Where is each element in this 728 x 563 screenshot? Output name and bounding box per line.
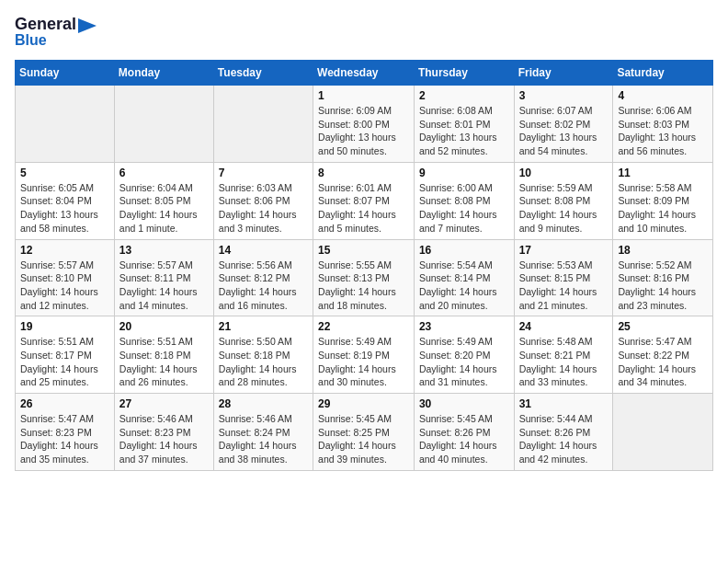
calendar-table: SundayMondayTuesdayWednesdayThursdayFrid…: [15, 60, 713, 471]
day-number: 21: [219, 320, 308, 333]
day-info: Sunrise: 5:53 AM Sunset: 8:15 PM Dayligh…: [519, 259, 609, 313]
calendar-cell: 1Sunrise: 6:09 AM Sunset: 8:00 PM Daylig…: [313, 86, 415, 163]
calendar-cell: 16Sunrise: 5:54 AM Sunset: 8:14 PM Dayli…: [414, 239, 514, 316]
weekday-header-tuesday: Tuesday: [213, 61, 313, 86]
page-header: General Blue: [15, 15, 713, 49]
day-number: 29: [318, 397, 409, 410]
day-info: Sunrise: 6:05 AM Sunset: 8:04 PM Dayligh…: [20, 181, 109, 236]
logo-icon: [78, 18, 97, 33]
day-info: Sunrise: 6:01 AM Sunset: 8:07 PM Dayligh…: [318, 181, 409, 236]
day-number: 1: [318, 89, 409, 102]
calendar-cell: 28Sunrise: 5:46 AM Sunset: 8:24 PM Dayli…: [213, 394, 313, 471]
week-row-4: 19Sunrise: 5:51 AM Sunset: 8:17 PM Dayli…: [16, 316, 713, 394]
calendar-cell: 11Sunrise: 5:58 AM Sunset: 8:09 PM Dayli…: [613, 162, 713, 239]
calendar-cell: 14Sunrise: 5:56 AM Sunset: 8:12 PM Dayli…: [213, 239, 313, 316]
day-info: Sunrise: 5:45 AM Sunset: 8:25 PM Dayligh…: [318, 412, 409, 466]
calendar-cell: 13Sunrise: 5:57 AM Sunset: 8:11 PM Dayli…: [114, 239, 213, 316]
calendar-cell: 25Sunrise: 5:47 AM Sunset: 8:22 PM Dayli…: [613, 316, 713, 394]
day-info: Sunrise: 6:03 AM Sunset: 8:06 PM Dayligh…: [219, 181, 308, 236]
day-info: Sunrise: 5:46 AM Sunset: 8:24 PM Dayligh…: [219, 412, 308, 466]
day-info: Sunrise: 5:50 AM Sunset: 8:18 PM Dayligh…: [219, 335, 308, 389]
calendar-cell: 21Sunrise: 5:50 AM Sunset: 8:18 PM Dayli…: [213, 316, 313, 394]
calendar-cell: 24Sunrise: 5:48 AM Sunset: 8:21 PM Dayli…: [514, 316, 613, 394]
day-number: 5: [20, 167, 109, 179]
day-info: Sunrise: 5:51 AM Sunset: 8:17 PM Dayligh…: [20, 335, 109, 389]
weekday-header-sunday: Sunday: [16, 61, 115, 86]
day-number: 18: [618, 244, 708, 257]
day-number: 4: [618, 89, 708, 102]
day-info: Sunrise: 5:48 AM Sunset: 8:21 PM Dayligh…: [519, 335, 609, 389]
calendar-cell: 10Sunrise: 5:59 AM Sunset: 8:08 PM Dayli…: [514, 162, 613, 239]
logo-text: General: [15, 15, 97, 34]
day-number: 30: [419, 397, 509, 410]
day-number: 10: [519, 167, 609, 179]
day-info: Sunrise: 5:46 AM Sunset: 8:23 PM Dayligh…: [119, 412, 209, 466]
calendar-cell: 30Sunrise: 5:45 AM Sunset: 8:26 PM Dayli…: [414, 394, 514, 471]
calendar-cell: 19Sunrise: 5:51 AM Sunset: 8:17 PM Dayli…: [16, 316, 115, 394]
calendar-cell: 3Sunrise: 6:07 AM Sunset: 8:02 PM Daylig…: [514, 86, 613, 163]
day-number: 3: [519, 89, 609, 102]
day-number: 8: [318, 167, 409, 179]
day-number: 11: [618, 167, 708, 179]
day-info: Sunrise: 5:56 AM Sunset: 8:12 PM Dayligh…: [219, 259, 308, 313]
weekday-header-monday: Monday: [114, 61, 213, 86]
day-info: Sunrise: 5:44 AM Sunset: 8:26 PM Dayligh…: [519, 412, 609, 466]
weekday-header-row: SundayMondayTuesdayWednesdayThursdayFrid…: [16, 61, 713, 86]
day-number: 31: [519, 397, 609, 410]
calendar-cell: 12Sunrise: 5:57 AM Sunset: 8:10 PM Dayli…: [16, 239, 115, 316]
day-info: Sunrise: 6:08 AM Sunset: 8:01 PM Dayligh…: [419, 104, 509, 158]
calendar-cell: [613, 394, 713, 471]
day-info: Sunrise: 5:49 AM Sunset: 8:20 PM Dayligh…: [419, 335, 509, 389]
day-info: Sunrise: 5:54 AM Sunset: 8:14 PM Dayligh…: [419, 259, 509, 313]
calendar-cell: 4Sunrise: 6:06 AM Sunset: 8:03 PM Daylig…: [613, 86, 713, 163]
day-number: 6: [119, 167, 209, 179]
day-info: Sunrise: 5:59 AM Sunset: 8:08 PM Dayligh…: [519, 181, 609, 236]
day-info: Sunrise: 5:49 AM Sunset: 8:19 PM Dayligh…: [318, 335, 409, 389]
weekday-header-saturday: Saturday: [613, 61, 713, 86]
logo: General Blue: [15, 15, 97, 49]
week-row-2: 5Sunrise: 6:05 AM Sunset: 8:04 PM Daylig…: [16, 162, 713, 239]
day-number: 12: [20, 244, 109, 257]
day-number: 16: [419, 244, 509, 257]
day-info: Sunrise: 5:57 AM Sunset: 8:10 PM Dayligh…: [20, 259, 109, 313]
calendar-cell: 17Sunrise: 5:53 AM Sunset: 8:15 PM Dayli…: [514, 239, 613, 316]
day-number: 9: [419, 167, 509, 179]
day-info: Sunrise: 6:07 AM Sunset: 8:02 PM Dayligh…: [519, 104, 609, 158]
day-info: Sunrise: 5:52 AM Sunset: 8:16 PM Dayligh…: [618, 259, 708, 313]
day-number: 7: [219, 167, 308, 179]
weekday-header-friday: Friday: [514, 61, 613, 86]
week-row-1: 1Sunrise: 6:09 AM Sunset: 8:00 PM Daylig…: [16, 86, 713, 163]
calendar-cell: 26Sunrise: 5:47 AM Sunset: 8:23 PM Dayli…: [16, 394, 115, 471]
day-info: Sunrise: 5:47 AM Sunset: 8:22 PM Dayligh…: [618, 335, 708, 389]
day-number: 14: [219, 244, 308, 257]
week-row-5: 26Sunrise: 5:47 AM Sunset: 8:23 PM Dayli…: [16, 394, 713, 471]
calendar-cell: 22Sunrise: 5:49 AM Sunset: 8:19 PM Dayli…: [313, 316, 415, 394]
calendar-cell: 9Sunrise: 6:00 AM Sunset: 8:08 PM Daylig…: [414, 162, 514, 239]
day-number: 23: [419, 320, 509, 333]
day-info: Sunrise: 6:00 AM Sunset: 8:08 PM Dayligh…: [419, 181, 509, 236]
calendar-cell: 27Sunrise: 5:46 AM Sunset: 8:23 PM Dayli…: [114, 394, 213, 471]
weekday-header-wednesday: Wednesday: [313, 61, 415, 86]
day-info: Sunrise: 5:47 AM Sunset: 8:23 PM Dayligh…: [20, 412, 109, 466]
day-number: 28: [219, 397, 308, 410]
week-row-3: 12Sunrise: 5:57 AM Sunset: 8:10 PM Dayli…: [16, 239, 713, 316]
calendar-cell: 23Sunrise: 5:49 AM Sunset: 8:20 PM Dayli…: [414, 316, 514, 394]
svg-marker-0: [78, 18, 97, 33]
day-info: Sunrise: 6:04 AM Sunset: 8:05 PM Dayligh…: [119, 181, 209, 236]
day-number: 27: [119, 397, 209, 410]
calendar-cell: 31Sunrise: 5:44 AM Sunset: 8:26 PM Dayli…: [514, 394, 613, 471]
day-info: Sunrise: 5:45 AM Sunset: 8:26 PM Dayligh…: [419, 412, 509, 466]
calendar-cell: 5Sunrise: 6:05 AM Sunset: 8:04 PM Daylig…: [16, 162, 115, 239]
calendar-cell: 29Sunrise: 5:45 AM Sunset: 8:25 PM Dayli…: [313, 394, 415, 471]
calendar-cell: 15Sunrise: 5:55 AM Sunset: 8:13 PM Dayli…: [313, 239, 415, 316]
calendar-cell: [114, 86, 213, 163]
day-number: 17: [519, 244, 609, 257]
logo-blue-text: Blue: [15, 32, 47, 49]
day-info: Sunrise: 5:57 AM Sunset: 8:11 PM Dayligh…: [119, 259, 209, 313]
day-info: Sunrise: 6:06 AM Sunset: 8:03 PM Dayligh…: [618, 104, 708, 158]
calendar-cell: [213, 86, 313, 163]
day-number: 15: [318, 244, 409, 257]
calendar-cell: 20Sunrise: 5:51 AM Sunset: 8:18 PM Dayli…: [114, 316, 213, 394]
day-number: 26: [20, 397, 109, 410]
day-number: 25: [618, 320, 708, 333]
